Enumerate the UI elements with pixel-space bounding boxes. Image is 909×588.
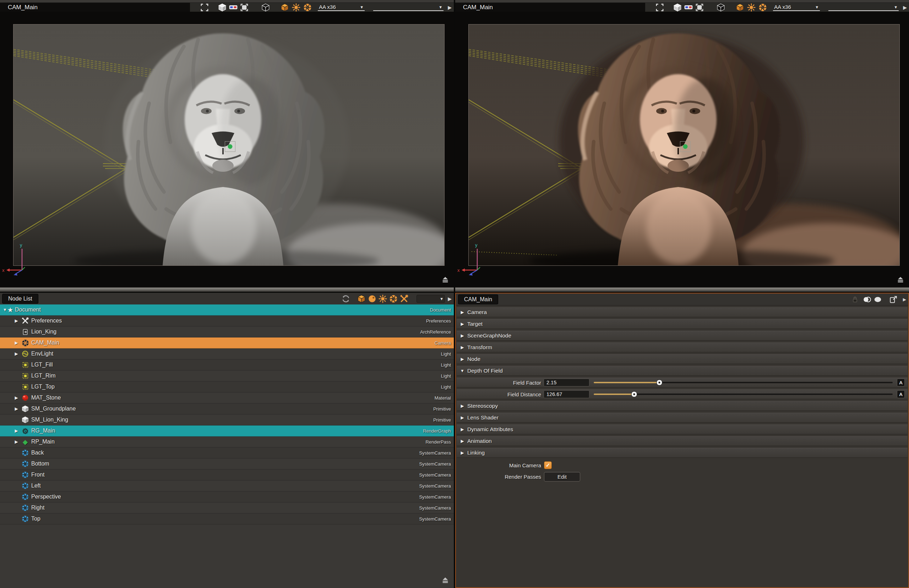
expand-arrow-icon[interactable]: ▶	[459, 439, 465, 444]
section-lens-shader[interactable]: ▶Lens Shader	[457, 413, 907, 423]
expand-arrow-icon[interactable]: ▶	[459, 427, 465, 432]
aperture-icon[interactable]	[303, 3, 312, 12]
section-depth-of-field[interactable]: ▼Depth Of Field	[457, 366, 907, 376]
section-camera[interactable]: ▶Camera	[457, 307, 907, 317]
panel-menu-arrow-icon[interactable]: ▶	[448, 296, 452, 301]
expand-arrow-icon[interactable]: ▶	[459, 310, 465, 315]
expand-handle-icon[interactable]	[896, 275, 905, 284]
sun-light-icon[interactable]	[747, 3, 756, 12]
field-slider[interactable]	[594, 394, 893, 395]
animate-toggle-button[interactable]: A	[897, 379, 905, 386]
lock-icon[interactable]	[851, 295, 860, 304]
viewport-right-title[interactable]: CAM_Main	[455, 3, 645, 12]
lut-dropdown[interactable]: ▼	[828, 4, 899, 11]
expand-arrow-icon[interactable]: ▶	[13, 395, 19, 400]
export-icon[interactable]	[889, 295, 898, 304]
matte-icon[interactable]	[873, 295, 882, 304]
sun-light-icon[interactable]	[291, 3, 301, 12]
section-dynamic-attributes[interactable]: ▶Dynamic Attributes	[457, 425, 907, 435]
node-list-row[interactable]: LGT_FillLight	[0, 359, 454, 370]
textured-cube-icon[interactable]	[357, 294, 366, 304]
node-list-row[interactable]: LGT_RimLight	[0, 370, 454, 381]
node-list-row[interactable]: ▶MAT_StoneMaterial	[0, 393, 454, 404]
expand-arrow-icon[interactable]: ▶	[13, 351, 19, 356]
shaded-cube-icon[interactable]	[218, 3, 227, 12]
main-camera-checkbox[interactable]: ✓	[544, 461, 552, 469]
sync-icon[interactable]	[341, 294, 351, 304]
expand-arrow-icon[interactable]: ▶	[13, 428, 19, 433]
expand-arrow-icon[interactable]: ▶	[459, 321, 465, 326]
node-list-row[interactable]: ▶◆RP_MainRenderPass	[0, 436, 454, 447]
horizontal-splitter[interactable]	[0, 287, 454, 292]
section-target[interactable]: ▶Target	[457, 319, 907, 329]
node-list-tab[interactable]: Node List	[2, 294, 38, 304]
node-list-row[interactable]: PerspectiveSystemCamera	[0, 491, 454, 502]
expand-arrow-icon[interactable]: ▶	[459, 357, 465, 362]
expand-handle-icon[interactable]	[441, 275, 450, 284]
expand-arrow-icon[interactable]: ▶	[13, 406, 19, 411]
lut-dropdown[interactable]: ▼	[373, 4, 443, 11]
section-transform[interactable]: ▶Transform	[457, 342, 907, 352]
node-list-row[interactable]: ▼★DocumentDocument	[0, 304, 454, 315]
section-node[interactable]: ▶Node	[457, 354, 907, 364]
node-list-row[interactable]: LeftSystemCamera	[0, 480, 454, 491]
expand-handle-icon[interactable]	[441, 576, 450, 585]
stereo-glasses-icon[interactable]	[229, 3, 238, 12]
expand-arrow-icon[interactable]: ▶	[13, 340, 19, 345]
focus-marker[interactable]	[680, 141, 691, 152]
section-stereoscopy[interactable]: ▶Stereoscopy	[457, 401, 907, 411]
wireframe-cube-icon[interactable]	[261, 3, 270, 12]
shaded-cube-icon[interactable]	[673, 3, 682, 12]
panel-menu-arrow-icon[interactable]: ▶	[448, 5, 452, 10]
render-region-icon[interactable]	[240, 3, 249, 12]
node-list-row[interactable]: SM_Lion_KingPrimitive	[0, 415, 454, 425]
slider-handle[interactable]	[631, 391, 637, 397]
viewport-left-title[interactable]: CAM_Main	[0, 3, 190, 12]
node-list-row[interactable]: TopSystemCamera	[0, 514, 454, 525]
render-passes-edit-button[interactable]: Edit	[544, 472, 580, 481]
fit-icon[interactable]	[200, 3, 209, 12]
aperture-icon[interactable]	[389, 294, 398, 304]
node-list-row[interactable]: ▶⚙RG_MainRenderGraph	[0, 425, 454, 436]
expand-arrow-icon[interactable]: ▶	[459, 404, 465, 409]
aperture-icon[interactable]	[758, 3, 767, 12]
node-list-row[interactable]: RightSystemCamera	[0, 502, 454, 514]
section-animation[interactable]: ▶Animation	[457, 436, 907, 446]
node-list-row[interactable]: ▶SM_GroundplanePrimitive	[0, 404, 454, 415]
antialias-dropdown[interactable]: AA x36▼	[318, 4, 365, 11]
field-slider[interactable]	[594, 382, 893, 383]
antialias-dropdown[interactable]: AA x36▼	[773, 4, 820, 11]
viewport-left-canvas[interactable]: yx	[0, 12, 454, 288]
expand-arrow-icon[interactable]: ▶	[459, 333, 465, 338]
node-list-row[interactable]: FrontSystemCamera	[0, 470, 454, 480]
viewport-right-canvas[interactable]: yx	[455, 12, 909, 288]
panel-menu-arrow-icon[interactable]: ▶	[903, 5, 907, 10]
section-scenegraphnode[interactable]: ▶SceneGraphNode	[457, 331, 907, 341]
section-linking[interactable]: ▶Linking	[457, 448, 907, 458]
sphere-icon[interactable]	[367, 294, 377, 304]
attribute-editor-tab[interactable]: CAM_Main	[458, 294, 498, 304]
textured-cube-icon[interactable]	[735, 3, 745, 12]
node-list-row[interactable]: ▶PreferencesPreferences	[0, 315, 454, 326]
render-region-icon[interactable]	[695, 3, 704, 12]
expand-arrow-icon[interactable]: ▶	[13, 439, 19, 444]
layers-icon[interactable]	[862, 295, 872, 304]
expand-arrow-icon[interactable]: ▶	[13, 318, 19, 323]
tools-icon[interactable]	[400, 294, 409, 304]
collapse-arrow-icon[interactable]: ▼	[459, 368, 465, 373]
focus-marker[interactable]	[225, 141, 235, 152]
node-list-row[interactable]: Lion_KingArchReference	[0, 326, 454, 338]
textured-cube-icon[interactable]	[280, 3, 290, 12]
node-list-row[interactable]: LGT_TopLight	[0, 381, 454, 393]
expand-arrow-icon[interactable]: ▶	[459, 415, 465, 420]
wireframe-cube-icon[interactable]	[716, 3, 725, 12]
node-list-row[interactable]: ▶EnvLightLight	[0, 349, 454, 359]
panel-menu-arrow-icon[interactable]: ▶	[903, 297, 906, 302]
sun-light-icon[interactable]	[378, 294, 387, 304]
field-value-input[interactable]: 2.15	[543, 379, 589, 386]
node-list-row[interactable]: BackSystemCamera	[0, 447, 454, 459]
slider-handle[interactable]	[657, 380, 663, 386]
node-list-row[interactable]: BottomSystemCamera	[0, 459, 454, 470]
horizontal-splitter[interactable]	[455, 287, 909, 292]
expand-arrow-icon[interactable]: ▶	[459, 345, 465, 350]
